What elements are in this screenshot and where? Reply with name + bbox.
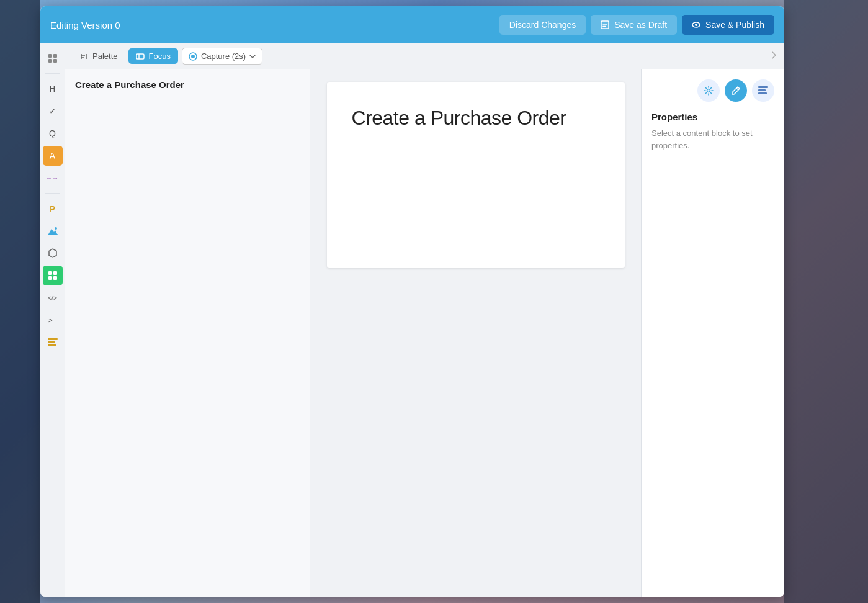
svg-rect-10 [53, 271, 57, 275]
svg-point-23 [191, 55, 195, 58]
expand-arrow[interactable] [771, 51, 777, 61]
grid-icon [48, 53, 58, 63]
pencil-icon [731, 86, 741, 96]
editing-version-title: Editing Version 0 [50, 20, 120, 30]
properties-hint: Select a content block to set properties… [651, 127, 774, 151]
hexagon-icon [48, 248, 58, 258]
save-and-publish-button[interactable]: Save & Publish [682, 15, 774, 35]
left-edge-bg [0, 0, 40, 603]
focus-tab[interactable]: Focus [128, 48, 177, 64]
separator-2 [45, 193, 60, 194]
table-block-icon[interactable] [43, 266, 63, 285]
svg-rect-9 [48, 271, 52, 275]
edit-properties-button[interactable] [725, 79, 747, 102]
more-block-icon[interactable]: ···→ [43, 168, 63, 188]
svg-point-8 [55, 227, 57, 230]
right-edge-bg [784, 0, 868, 603]
image-icon [48, 226, 58, 235]
focus-icon [136, 53, 145, 60]
answer-block-icon[interactable]: A [43, 146, 63, 166]
table-icon [48, 271, 57, 280]
terminal-block-icon[interactable]: >_ [43, 310, 63, 330]
palette-tab[interactable]: Palette [73, 48, 125, 64]
list-properties-button[interactable] [752, 79, 774, 102]
topbar-actions: Discard Changes Save as Draft Save & Pub… [499, 15, 774, 35]
panels-wrapper: Palette Focus Capture (2s) [65, 43, 784, 597]
palette-icon [80, 53, 89, 60]
svg-rect-20 [136, 54, 144, 59]
heading-block-icon[interactable]: H [43, 79, 63, 99]
shape-block-icon[interactable] [43, 243, 63, 263]
chevron-right-icon [771, 51, 777, 60]
svg-rect-15 [48, 344, 56, 346]
grid-view-icon[interactable] [43, 48, 63, 68]
separator-1 [45, 73, 60, 74]
eye-icon [692, 20, 700, 29]
svg-rect-26 [758, 89, 766, 91]
properties-title: Properties [651, 112, 774, 122]
svg-point-2 [695, 24, 697, 26]
main-container: Editing Version 0 Discard Changes Save a… [40, 6, 784, 597]
discard-changes-button[interactable]: Discard Changes [499, 15, 586, 35]
properties-panel: Properties Select a content block to set… [642, 69, 784, 597]
preview-heading: Create a Purchase Order [352, 107, 600, 130]
gear-properties-button[interactable] [697, 79, 720, 102]
svg-rect-11 [48, 276, 52, 280]
preview-content: Create a Purchase Order [327, 82, 625, 268]
list-view-icon [758, 86, 768, 95]
gear-icon [704, 86, 714, 96]
svg-rect-25 [758, 86, 768, 88]
media-block-icon[interactable] [43, 221, 63, 241]
svg-marker-7 [48, 229, 58, 235]
svg-rect-5 [48, 59, 52, 63]
dropdown-arrow-icon [249, 54, 256, 59]
svg-rect-27 [758, 92, 767, 94]
properties-icons-row [651, 79, 774, 102]
draft-icon [601, 20, 609, 29]
svg-rect-12 [53, 276, 57, 280]
list-block-icon[interactable] [43, 333, 63, 352]
outline-panel-title: Create a Purchase Order [75, 79, 300, 90]
svg-rect-13 [48, 338, 58, 340]
outline-panel: Create a Purchase Order [65, 69, 310, 597]
check-block-icon[interactable]: ✓ [43, 101, 63, 121]
topbar: Editing Version 0 Discard Changes Save a… [40, 6, 784, 43]
paragraph-block-icon[interactable]: P [43, 199, 63, 218]
middle-bar: Palette Focus Capture (2s) [65, 43, 784, 69]
panels-container: Create a Purchase Order Create a Purchas… [65, 69, 784, 597]
question-block-icon[interactable]: Q [43, 123, 63, 143]
capture-button[interactable]: Capture (2s) [182, 48, 262, 65]
svg-rect-6 [53, 59, 57, 63]
capture-icon [189, 52, 197, 61]
list-icon [48, 338, 58, 347]
code-block-icon[interactable]: </> [43, 288, 63, 308]
save-as-draft-button[interactable]: Save as Draft [591, 15, 677, 35]
svg-rect-14 [48, 341, 55, 343]
svg-rect-3 [48, 54, 52, 58]
svg-rect-4 [53, 54, 57, 58]
preview-panel: Create a Purchase Order [310, 69, 642, 597]
content-area: H ✓ Q A ···→ P [40, 43, 784, 597]
svg-point-24 [707, 89, 710, 92]
left-toolbar: H ✓ Q A ···→ P [40, 43, 65, 597]
